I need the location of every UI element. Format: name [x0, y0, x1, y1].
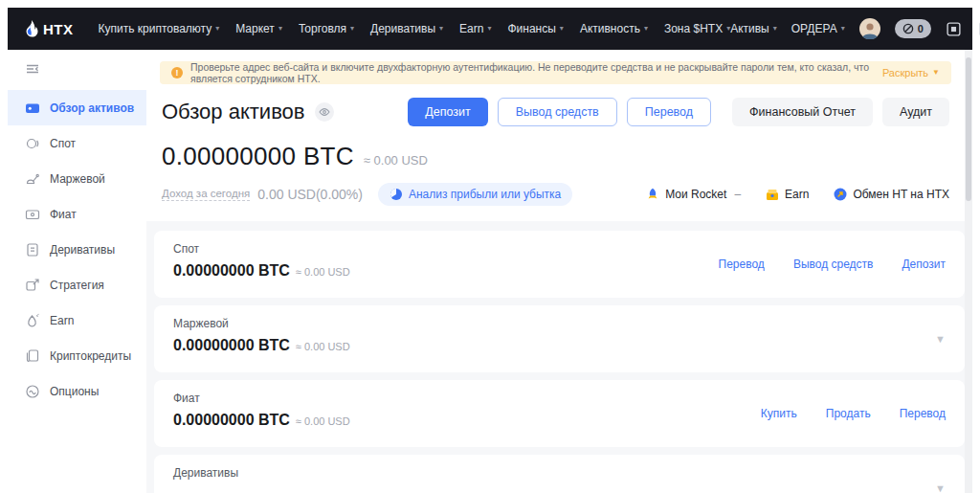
spot-transfer-link[interactable]: Перевод	[719, 258, 765, 271]
menu-markets[interactable]: Маркет▾	[235, 22, 282, 35]
sidebar-item-label: Маржевой	[50, 172, 105, 186]
strategy-icon	[25, 278, 40, 293]
menu-assets[interactable]: Активы▾	[730, 22, 777, 35]
card-usd-amount: ≈ 0.00 USD	[296, 341, 350, 352]
card-title: Фиат	[173, 392, 350, 405]
flame-icon	[23, 20, 38, 37]
options-icon	[25, 384, 40, 399]
crypto-loans-icon	[25, 348, 40, 364]
pie-chart-icon	[390, 188, 403, 201]
fiat-sell-link[interactable]: Продать	[826, 407, 871, 420]
fiat-transfer-link[interactable]: Перевод	[900, 407, 946, 420]
earn-box-icon	[766, 188, 779, 201]
quick-link-label: Мои Rocket	[665, 188, 726, 201]
sidebar-item-label: Фиат	[50, 208, 77, 221]
derivatives-icon	[25, 242, 40, 258]
fiat-icon	[25, 207, 40, 222]
menu-activity[interactable]: Активность▾	[580, 22, 648, 35]
menu-trade[interactable]: Торговля▾	[299, 22, 354, 35]
header-actions: Депозит Вывод средств Перевод Финансовый…	[408, 98, 949, 126]
menu-label: ОРДЕРА	[791, 22, 837, 35]
withdraw-button[interactable]: Вывод средств	[498, 98, 617, 126]
sidebar-item-label: Стратегия	[50, 279, 104, 292]
hide-balance-eye-icon[interactable]	[315, 102, 334, 122]
exchange-icon	[834, 188, 847, 201]
pnl-analysis-button[interactable]: Анализ прибыли или убытка	[378, 183, 572, 206]
sidebar-item-earn[interactable]: Earn	[8, 303, 146, 338]
avatar[interactable]	[859, 18, 880, 39]
sidebar-collapse-icon[interactable]	[25, 61, 40, 77]
spot-withdraw-link[interactable]: Вывод средств	[793, 258, 874, 271]
fiat-card: Фиат 0.00000000 BTC ≈ 0.00 USD Купить Пр…	[154, 380, 965, 447]
sidebar-item-margin[interactable]: Маржевой	[8, 161, 146, 196]
chevron-down-icon: ▾	[215, 25, 219, 33]
app-download-icon[interactable]	[976, 21, 980, 37]
menu-orders[interactable]: ОРДЕРА▾	[791, 22, 845, 35]
menu-earn[interactable]: Earn▾	[459, 22, 491, 35]
financial-report-button[interactable]: Финансовый Отчет	[732, 98, 873, 126]
menu-label: Маркет	[235, 22, 275, 35]
card-usd-amount: ≈ 0.00 USD	[296, 266, 350, 278]
points-pill[interactable]: 0	[895, 19, 931, 38]
scrollbar-thumb[interactable]	[966, 57, 971, 201]
sidebar-item-label: Обзор активов	[50, 101, 134, 115]
assets-header-section: Обзор активов Депозит Вывод средств Пере…	[146, 84, 972, 221]
audit-button[interactable]: Аудит	[882, 98, 949, 126]
navbar-right: Активы▾ ОРДЕРА▾ 0	[730, 18, 980, 39]
fiat-buy-link[interactable]: Купить	[761, 407, 797, 420]
chevron-down-icon: ▾	[487, 25, 491, 33]
menu-label: Активы	[730, 22, 769, 35]
transfer-button[interactable]: Перевод	[627, 98, 711, 126]
earn-icon	[25, 313, 40, 328]
sidebar-item-fiat[interactable]: Фиат	[8, 196, 146, 232]
menu-buy-crypto[interactable]: Купить криптовалюту▾	[99, 22, 220, 35]
menu-label: Earn	[459, 22, 483, 35]
sidebar-item-crypto-loans[interactable]: Криптокредиты	[8, 338, 146, 373]
banner-expand-button[interactable]: Раскрыть ▼	[882, 67, 940, 78]
htx-assets-page: HTX Купить криптовалюту▾ Маркет▾ Торговл…	[0, 0, 980, 493]
assets-sidebar: Обзор активов Спот Маржевой Фиат	[8, 50, 146, 493]
card-btc-amount: 0.00000000 BTC	[173, 262, 290, 280]
sidebar-item-spot[interactable]: Спот	[8, 125, 146, 161]
ht-htx-swap-link[interactable]: Обмен HT на HTX	[834, 188, 949, 201]
warning-icon: !	[171, 67, 183, 78]
today-pnl-value: 0.00 USD(0.00%)	[257, 187, 363, 202]
card-usd-amount: ≈ 0.00 USD	[296, 415, 350, 427]
total-balance-usd: ≈ 0.00 USD	[364, 153, 428, 168]
menu-label: Зона $HTX	[664, 22, 723, 35]
scrollbar-track[interactable]	[965, 50, 972, 493]
main-area: Обзор активов Спот Маржевой Фиат	[8, 50, 972, 493]
sidebar-item-label: Деривативы	[50, 243, 115, 257]
spot-deposit-link[interactable]: Депозит	[902, 258, 946, 271]
sidebar-item-options[interactable]: Опционы	[8, 373, 146, 409]
chevron-down-icon: ▼	[932, 69, 940, 77]
menu-label: Деривативы	[370, 22, 435, 35]
htx-logo[interactable]: HTX	[23, 20, 74, 37]
my-rocket-link[interactable]: Мои Rocket –	[646, 188, 741, 201]
quick-link-label: Обмен HT на HTX	[853, 188, 949, 201]
chevron-down-icon: ▾	[439, 25, 443, 33]
chevron-down-icon: ▾	[773, 25, 777, 33]
margin-expand-chevron-icon[interactable]: ▼	[935, 333, 946, 345]
sidebar-item-strategy[interactable]: Стратегия	[8, 267, 146, 303]
security-warning-banner: ! Проверьте адрес веб-сайта и включите д…	[160, 61, 951, 84]
card-btc-amount: 0.00000000 BTC	[173, 337, 290, 354]
menu-derivatives[interactable]: Деривативы▾	[370, 22, 443, 35]
sidebar-item-overview[interactable]: Обзор активов	[8, 90, 146, 125]
main-menu: Купить криптовалюту▾ Маркет▾ Торговля▾ Д…	[99, 22, 731, 35]
points-count: 0	[918, 23, 924, 34]
menu-label: Активность	[580, 22, 640, 35]
rewards-icon[interactable]	[946, 21, 962, 37]
sidebar-item-label: Earn	[50, 314, 74, 327]
sidebar-item-derivatives[interactable]: Деривативы	[8, 232, 146, 267]
menu-htx-zone[interactable]: Зона $HTX▾	[664, 22, 730, 35]
card-title: Маржевой	[173, 317, 350, 330]
coin-icon	[902, 23, 914, 34]
derivatives-expand-chevron-icon[interactable]: ▼	[935, 482, 946, 493]
pnl-analysis-label: Анализ прибыли или убытка	[409, 188, 561, 201]
chevron-down-icon: ▾	[644, 25, 648, 33]
deposit-button[interactable]: Депозит	[408, 98, 487, 126]
menu-finance[interactable]: Финансы▾	[507, 22, 563, 35]
menu-label: Купить криптовалюту	[99, 22, 212, 35]
earn-link[interactable]: Earn	[766, 188, 809, 201]
